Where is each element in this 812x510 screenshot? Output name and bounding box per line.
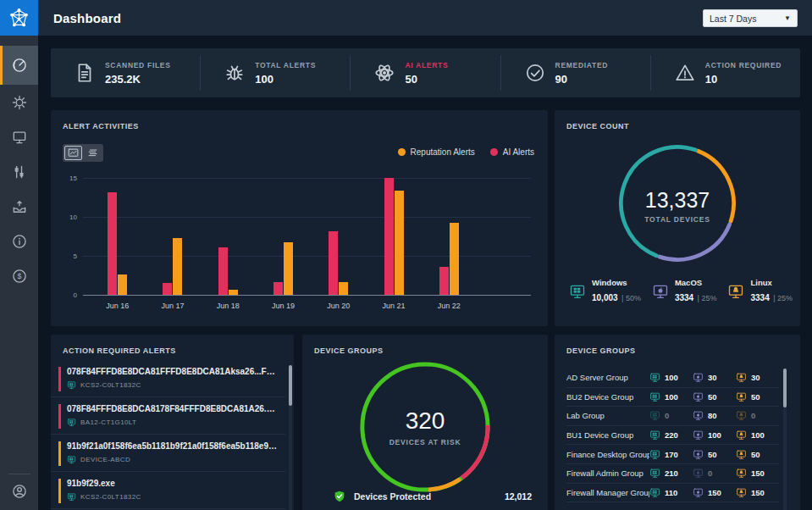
bar-group-jun-16 [90,178,145,295]
chart-legend: Reputation AlertsAI Alerts [398,147,534,157]
deployments-icon [11,198,28,215]
count-value: 150 [708,488,721,497]
alert-file-name: 91b9f21a0f158f6ea5b1181b9f21a0f158f6ea5b… [67,441,277,451]
stat-action-required: ACTION REQUIRED10 [650,55,800,91]
svg-text:$: $ [17,272,21,280]
legend-dot [398,148,406,156]
bar-reputation-alerts[interactable] [284,242,293,295]
macos-icon [693,449,704,460]
os-item-windows: Windows10,003 | 50% [569,278,641,304]
alert-list-item[interactable]: 078F84FFFD8E8DCA8178F84FFFD8E8DCA81A26.e… [51,397,285,435]
x-axis-label: Jun 22 [422,302,477,310]
brand-logo[interactable] [0,0,38,36]
list-view-button[interactable] [84,146,102,160]
count-value: 100 [665,392,678,402]
device-group-name: BU2 Device Group [566,392,649,402]
scrollbar-thumb[interactable] [289,365,292,406]
count-value: 210 [665,468,678,478]
bar-reputation-alerts[interactable] [395,191,404,295]
stat-value: 90 [555,73,609,86]
alert-list-item[interactable]: 078F84FFFD8E8DCA81FFFD8E8DCA81Aksa26...F… [51,360,285,397]
stat-scanned-files: SCANNED FILES235.2K [51,55,200,91]
bar-ai-alerts[interactable] [439,267,449,295]
scrollbar[interactable] [783,369,787,510]
alert-device-row: DEVICE-ABCD [67,455,277,464]
sidebar-item-deployments[interactable] [0,189,38,224]
count-value: 30 [708,373,717,382]
alert-list-item[interactable]: 91b9f29.exeKCS2-C0LT1832C [51,472,285,509]
device-group-count-linux: 30 [736,372,779,383]
bar-reputation-alerts[interactable] [339,282,348,295]
chart-view-button[interactable] [64,146,82,160]
stat-label: SCANNED FILES [105,61,171,69]
windows-icon [649,449,660,460]
device-group-count-macos: 100 [693,430,736,441]
sidebar-item-protection[interactable] [0,85,38,119]
device-group-count-windows: 100 [649,391,693,402]
bar-groups [90,178,477,295]
bar-ai-alerts[interactable] [163,283,172,295]
sidebar-item-settings[interactable] [0,154,38,189]
linux-icon [736,410,747,421]
count-value: 50 [751,392,760,402]
bar-ai-alerts[interactable] [329,231,338,295]
alert-device-name: KCS2-C0LT1832C [80,493,141,501]
os-item-macos: MacOS3334 | 25% [652,278,717,304]
os-name: Windows [592,278,641,287]
total-devices-value: 13,337 [555,188,800,213]
count-value: 150 [751,468,765,478]
time-range-select[interactable]: Last 7 Days ▼ [703,9,798,27]
bar-reputation-alerts[interactable] [118,274,127,295]
windows-icon [67,380,76,390]
count-value: 50 [708,392,717,402]
os-item-linux: Linux3334 | 25% [727,278,793,304]
sidebar-item-devices[interactable] [0,119,38,154]
device-group-row[interactable]: Firewall Manager Group110150150 [566,484,779,503]
bar-ai-alerts[interactable] [273,282,283,295]
devices-icon [11,129,28,146]
device-group-row[interactable]: Finance Desktop Group1705050 [566,445,779,464]
bar-ai-alerts[interactable] [384,178,394,295]
scrollbar[interactable] [289,365,292,510]
alert-list-item[interactable]: 91b9f21a0f158f6ea5b1181b9f21a0f158f6ea5b… [51,435,285,472]
device-group-count-macos: 30 [693,372,736,383]
alert-device-name: DEVICE-ABCD [80,456,130,463]
device-groups-table-panel: DEVICE GROUPS AD Server Group1003030BU2 … [555,335,800,510]
bar-reputation-alerts[interactable] [173,238,182,295]
severity-bar [58,404,61,429]
windows-icon [649,410,660,421]
sidebar-item-billing[interactable]: $ [0,258,38,293]
device-group-row[interactable]: Firewall Admin Group2100150 [566,464,779,484]
bar-ai-alerts[interactable] [108,192,117,295]
device-group-count-macos: 50 [693,391,736,402]
device-group-row[interactable]: BU2 Device Group1005050 [566,388,779,407]
bar-reputation-alerts[interactable] [450,223,459,295]
stat-value: 100 [255,73,316,86]
linux-icon [736,372,747,383]
device-group-row[interactable]: Lab Group0800 [566,407,779,426]
bar-reputation-alerts[interactable] [229,290,238,295]
device-group-count-linux: 150 [736,487,779,498]
billing-icon: $ [11,268,28,285]
device-group-row[interactable]: BU1 Device Group220100100 [566,426,779,446]
linux-icon [736,391,747,402]
device-group-count-linux: 50 [736,449,779,460]
windows-icon [67,455,76,464]
alert-activities-panel: ALERT ACTIVITIES Reputation AlertsAI Ale… [51,110,548,326]
alert-device-row: KCS2-C0LT1832C [67,380,277,390]
windows-icon [569,283,586,300]
x-axis-label: Jun 17 [145,302,200,310]
macos-icon [693,468,704,479]
sidebar-item-dashboard[interactable] [0,46,38,85]
user-menu-button[interactable] [0,483,38,500]
devices-at-risk-value: 320 [302,407,548,435]
os-share: | 25% [773,294,793,302]
scrollbar-thumb[interactable] [783,369,787,407]
sidebar-item-info[interactable] [0,224,38,258]
device-group-row[interactable]: AD Server Group1003030 [566,369,779,388]
protection-icon [11,94,28,111]
linux-icon [736,430,747,441]
bar-ai-alerts[interactable] [218,247,228,295]
panel-title: ALERT ACTIVITIES [51,110,548,130]
y-axis-tick: 15 [63,175,77,182]
